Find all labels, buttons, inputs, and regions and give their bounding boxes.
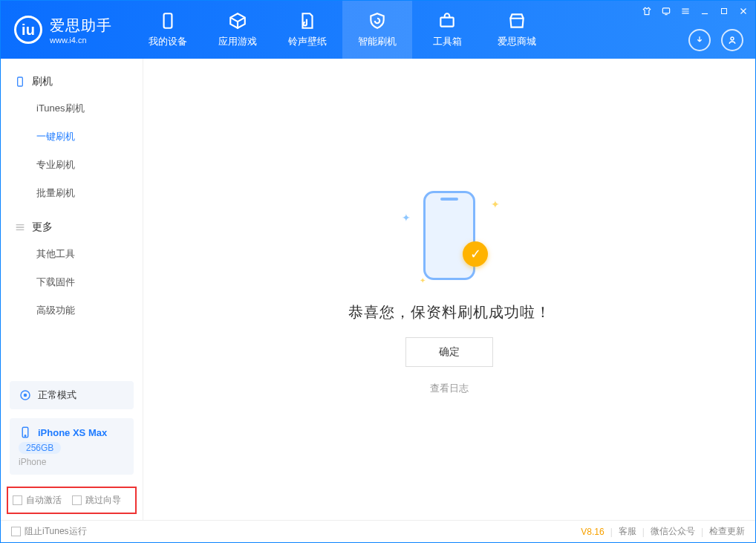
sidebar-item-download-firmware[interactable]: 下载固件 (1, 268, 143, 296)
sidebar-item-oneclick-flash[interactable]: 一键刷机 (1, 123, 143, 151)
device-capacity-badge: 256GB (19, 442, 61, 454)
logo-icon: iu (14, 16, 42, 44)
sidebar-item-advanced[interactable]: 高级功能 (1, 296, 143, 325)
sparkle-icon: ✦ (420, 276, 426, 284)
sidebar-item-itunes-flash[interactable]: iTunes刷机 (1, 94, 143, 123)
nav-label: 应用游戏 (218, 35, 257, 48)
nav-label: 铃声壁纸 (288, 35, 327, 48)
device-card[interactable]: iPhone XS Max 256GB iPhone (10, 418, 134, 475)
svg-rect-3 (722, 9, 727, 14)
cube-icon (228, 11, 247, 30)
nav-label: 爱思商城 (498, 35, 536, 48)
nav-ringtone-wallpaper[interactable]: 铃声壁纸 (273, 1, 342, 59)
account-button[interactable] (721, 29, 743, 51)
mode-icon (19, 388, 32, 402)
svg-rect-0 (164, 13, 172, 28)
version-label: V8.16 (581, 527, 604, 537)
checkbox-auto-activate[interactable]: 自动激活 (13, 494, 62, 507)
app-url: www.i4.cn (50, 36, 112, 45)
refresh-shield-icon (368, 11, 387, 30)
statusbar: 阻止iTunes运行 V8.16 | 客服 | 微信公众号 | 检查更新 (1, 520, 755, 542)
check-badge-icon: ✓ (463, 241, 488, 267)
svg-point-7 (25, 394, 27, 397)
mode-label: 正常模式 (38, 388, 76, 402)
store-icon (507, 11, 527, 30)
nav-store[interactable]: 爱思商城 (482, 1, 552, 59)
download-button[interactable] (688, 29, 711, 51)
minimize-icon[interactable] (699, 5, 711, 17)
top-nav: 我的设备 应用游戏 铃声壁纸 智能刷机 工具箱 爱思商城 (133, 1, 552, 59)
sidebar-item-other-tools[interactable]: 其他工具 (1, 240, 143, 268)
sidebar-section-more: 更多 (1, 215, 143, 240)
device-name: iPhone XS Max (38, 427, 107, 438)
menu-icon[interactable] (680, 5, 691, 17)
maximize-icon[interactable] (718, 5, 730, 17)
music-file-icon (298, 11, 317, 30)
success-message: 恭喜您，保资料刷机成功啦！ (348, 302, 551, 322)
mode-card[interactable]: 正常模式 (10, 381, 134, 409)
svg-point-4 (731, 37, 734, 40)
nav-toolbox[interactable]: 工具箱 (412, 1, 482, 59)
ok-button[interactable]: 确定 (405, 337, 493, 367)
checkbox-label: 跳过向导 (85, 494, 121, 507)
link-wechat[interactable]: 微信公众号 (651, 525, 695, 538)
sidebar-item-batch-flash[interactable]: 批量刷机 (1, 179, 143, 207)
device-phone-icon (19, 426, 32, 439)
checkbox-label: 阻止iTunes运行 (25, 525, 87, 538)
flash-options-box: 自动激活 跳过向导 (7, 487, 137, 514)
nav-apps-games[interactable]: 应用游戏 (203, 1, 273, 59)
section-title: 更多 (32, 221, 53, 234)
checkbox-block-itunes[interactable]: 阻止iTunes运行 (11, 525, 87, 538)
svg-point-9 (25, 435, 26, 437)
link-check-update[interactable]: 检查更新 (709, 525, 745, 538)
checkbox-label: 自动激活 (26, 494, 62, 507)
toolbox-icon (437, 11, 457, 30)
view-log-link[interactable]: 查看日志 (430, 382, 469, 395)
nav-label: 工具箱 (433, 35, 462, 48)
header-right-buttons (688, 29, 743, 51)
sparkle-icon: ✦ (491, 198, 500, 210)
nav-my-device[interactable]: 我的设备 (133, 1, 203, 59)
close-icon[interactable] (737, 5, 749, 17)
shirt-icon[interactable] (641, 5, 653, 17)
success-illustration: ✓ ✦ ✦ ✦ (397, 183, 501, 287)
app-name: 爱思助手 (50, 16, 112, 36)
titlebar-controls (641, 5, 749, 17)
sparkle-icon: ✦ (402, 212, 411, 224)
sidebar-section-flash: 刷机 (1, 69, 143, 94)
phone-icon (14, 76, 26, 88)
header: iu 爱思助手 www.i4.cn 我的设备 应用游戏 铃声壁纸 智能刷机 工具… (1, 1, 755, 59)
link-service[interactable]: 客服 (619, 525, 636, 538)
nav-label: 我的设备 (149, 35, 187, 48)
sidebar: 刷机 iTunes刷机 一键刷机 专业刷机 批量刷机 更多 其他工具 下载固件 … (1, 59, 143, 520)
svg-rect-1 (440, 18, 453, 27)
svg-rect-5 (18, 77, 23, 86)
checkbox-skip-guide[interactable]: 跳过向导 (72, 494, 121, 507)
device-icon (158, 11, 177, 30)
feedback-icon[interactable] (660, 5, 672, 17)
device-type: iPhone (19, 457, 125, 467)
svg-rect-2 (662, 8, 669, 13)
nav-smart-flash[interactable]: 智能刷机 (342, 1, 412, 59)
sidebar-item-pro-flash[interactable]: 专业刷机 (1, 151, 143, 179)
list-icon (14, 221, 26, 233)
section-title: 刷机 (32, 75, 53, 88)
logo: iu 爱思助手 www.i4.cn (1, 1, 126, 59)
nav-label: 智能刷机 (358, 35, 397, 48)
main-content: ✓ ✦ ✦ ✦ 恭喜您，保资料刷机成功啦！ 确定 查看日志 (143, 59, 755, 520)
